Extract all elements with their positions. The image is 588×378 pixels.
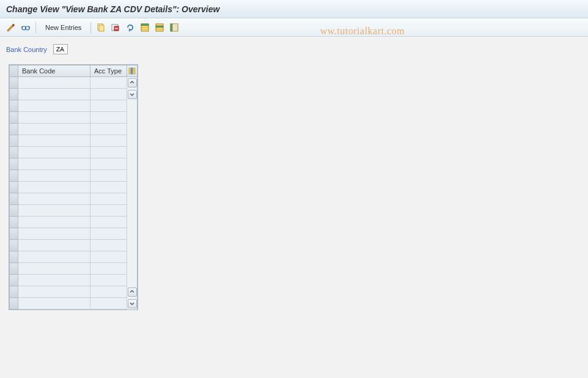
scroll-track[interactable] [127, 217, 138, 228]
scroll-track[interactable] [127, 228, 138, 240]
cell-bank-code[interactable] [18, 298, 90, 309]
row-selector[interactable] [10, 112, 18, 124]
cell-acc-type[interactable] [90, 286, 127, 298]
cell-acc-type[interactable] [90, 77, 127, 89]
scroll-track[interactable] [127, 124, 138, 135]
cell-acc-type[interactable] [90, 251, 127, 263]
cell-bank-code[interactable] [18, 77, 90, 89]
row-selector[interactable] [10, 147, 18, 158]
cell-bank-code[interactable] [18, 170, 90, 182]
column-header-bank-code[interactable]: Bank Code [18, 65, 90, 77]
cell-bank-code[interactable] [18, 89, 90, 100]
cell-bank-code[interactable] [18, 240, 90, 251]
cell-bank-code[interactable] [18, 124, 90, 135]
scroll-up-button[interactable] [128, 78, 137, 87]
cell-bank-code[interactable] [18, 275, 90, 286]
deselect-all-button[interactable] [168, 21, 180, 34]
other-view-button[interactable] [20, 21, 32, 34]
scroll-track[interactable] [127, 135, 138, 147]
row-selector[interactable] [10, 286, 18, 298]
table-row [10, 112, 138, 124]
row-selector[interactable] [10, 124, 18, 135]
scroll-down-button[interactable] [128, 90, 137, 99]
new-entries-button[interactable]: New Entries [40, 22, 87, 33]
select-block-button[interactable] [153, 21, 166, 34]
row-selector-header[interactable] [10, 65, 18, 77]
row-selector[interactable] [10, 158, 18, 170]
row-selector[interactable] [10, 240, 18, 251]
cell-bank-code[interactable] [18, 112, 90, 124]
cell-acc-type[interactable] [90, 182, 127, 193]
cell-bank-code[interactable] [18, 147, 90, 158]
cell-acc-type[interactable] [90, 298, 127, 309]
scroll-track[interactable] [127, 147, 138, 158]
select-all-button[interactable] [139, 21, 151, 34]
column-header-acc-type[interactable]: Acc Type [90, 65, 127, 77]
cell-acc-type[interactable] [90, 275, 127, 286]
scroll-track[interactable] [127, 240, 138, 251]
cell-acc-type[interactable] [90, 158, 127, 170]
bank-country-value[interactable]: ZA [53, 44, 68, 54]
cell-acc-type[interactable] [90, 263, 127, 275]
cell-bank-code[interactable] [18, 286, 90, 298]
svg-point-0 [22, 26, 26, 30]
table-row [10, 205, 138, 217]
cell-acc-type[interactable] [90, 193, 127, 205]
scroll-track[interactable] [127, 251, 138, 263]
toggle-display-change-button[interactable] [5, 21, 17, 34]
cell-acc-type[interactable] [90, 100, 127, 112]
cell-bank-code[interactable] [18, 263, 90, 275]
row-selector[interactable] [10, 263, 18, 275]
cell-bank-code[interactable] [18, 228, 90, 240]
cell-acc-type[interactable] [90, 228, 127, 240]
cell-bank-code[interactable] [18, 217, 90, 228]
scroll-track[interactable] [127, 193, 138, 205]
row-selector[interactable] [10, 89, 18, 100]
scroll-up-button[interactable] [128, 287, 137, 297]
cell-acc-type[interactable] [90, 240, 127, 251]
scroll-track[interactable] [127, 182, 138, 193]
cell-acc-type[interactable] [90, 170, 127, 182]
cell-acc-type[interactable] [90, 217, 127, 228]
row-selector[interactable] [10, 228, 18, 240]
cell-acc-type[interactable] [90, 135, 127, 147]
scroll-track[interactable] [127, 158, 138, 170]
cell-bank-code[interactable] [18, 182, 90, 193]
row-selector[interactable] [10, 298, 18, 309]
scroll-down-button[interactable] [128, 299, 137, 308]
scroll-track[interactable] [127, 100, 138, 112]
table-config-button[interactable] [127, 65, 138, 77]
row-selector[interactable] [10, 77, 18, 89]
row-selector[interactable] [10, 193, 18, 205]
table-row [10, 275, 138, 286]
row-selector[interactable] [10, 170, 18, 182]
svg-point-1 [26, 26, 29, 30]
scroll-track[interactable] [127, 112, 138, 124]
scroll-track[interactable] [127, 170, 138, 182]
cell-bank-code[interactable] [18, 251, 90, 263]
row-selector[interactable] [10, 182, 18, 193]
row-selector[interactable] [10, 135, 18, 147]
cell-acc-type[interactable] [90, 112, 127, 124]
row-selector[interactable] [10, 100, 18, 112]
cell-acc-type[interactable] [90, 124, 127, 135]
cell-acc-type[interactable] [90, 89, 127, 100]
scroll-track[interactable] [127, 263, 138, 275]
row-selector[interactable] [10, 251, 18, 263]
scroll-track[interactable] [127, 205, 138, 217]
cell-bank-code[interactable] [18, 205, 90, 217]
delete-icon [111, 23, 120, 32]
cell-bank-code[interactable] [18, 135, 90, 147]
copy-as-button[interactable] [95, 21, 107, 34]
cell-bank-code[interactable] [18, 100, 90, 112]
row-selector[interactable] [10, 205, 18, 217]
scroll-track[interactable] [127, 275, 138, 286]
cell-acc-type[interactable] [90, 147, 127, 158]
row-selector[interactable] [10, 217, 18, 228]
cell-bank-code[interactable] [18, 193, 90, 205]
cell-bank-code[interactable] [18, 158, 90, 170]
delete-button[interactable] [109, 21, 122, 34]
undo-change-button[interactable] [124, 21, 136, 34]
cell-acc-type[interactable] [90, 205, 127, 217]
row-selector[interactable] [10, 275, 18, 286]
